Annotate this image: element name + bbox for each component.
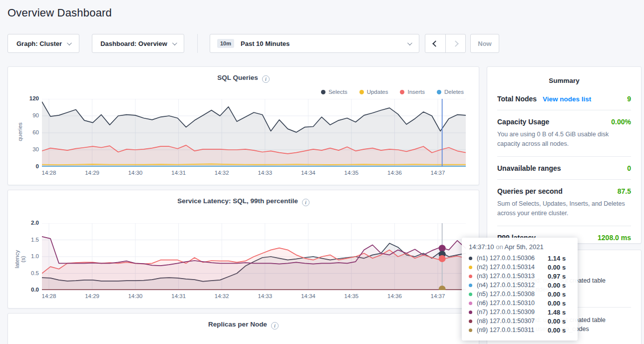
tooltip-node-label: (n4) 127.0.0.1:50312 <box>477 282 548 289</box>
tooltip-node-value: 0.00 s <box>548 282 566 289</box>
replicas-chart-title-text: Replicas per Node <box>208 321 267 328</box>
summary-item-capacity: Capacity Usage 0.00% You are using 0 B o… <box>497 110 631 157</box>
tooltip-on: on <box>496 243 503 251</box>
view-nodes-list-link[interactable]: View nodes list <box>543 95 591 103</box>
tooltip-node-value: 0.00 s <box>548 264 566 271</box>
tooltip-node-value: 1.48 s <box>548 309 566 316</box>
dashboard-selector-dropdown[interactable]: Dashboard: Overview <box>92 34 184 53</box>
time-range-badge: 10m <box>217 39 234 48</box>
tooltip-time: 14:37:10 <box>469 243 494 251</box>
summary-item-unavailable-ranges: Unavailable ranges 0 <box>497 157 631 180</box>
tooltip-node-value: 1.14 s <box>548 255 566 262</box>
capacity-description: You are using 0 B of 4.5 GiB usable disk… <box>497 130 631 149</box>
qps-label: Queries per second <box>497 187 563 195</box>
tooltip-node-label: (n1) 127.0.0.1:50306 <box>477 255 548 262</box>
tooltip-row: (n8) 127.0.0.1:503070.00 s <box>469 317 571 326</box>
node-color-dot-icon <box>469 284 472 287</box>
sql-queries-chart-plot[interactable]: queries 030609012014:2814:2914:3014:3114… <box>8 99 480 184</box>
qps-description: Sum of Selects, Updates, Inserts, and De… <box>497 199 631 219</box>
tooltip-node-value: 0.00 s <box>548 327 566 334</box>
info-icon[interactable] <box>271 322 279 330</box>
tooltip-node-label: (n9) 127.0.0.1:50311 <box>477 327 548 334</box>
legend-item: Updates <box>359 89 388 95</box>
p99-latency-value: 1208.0 ms <box>598 234 631 242</box>
summary-item-total-nodes: Total Nodes View nodes list 9 <box>497 87 631 110</box>
tooltip-row: (n9) 127.0.0.1:503110.00 s <box>469 326 571 335</box>
chevron-right-icon <box>452 40 459 47</box>
tooltip-timestamp: 14:37:10 on Apr 5th, 2021 <box>469 243 571 251</box>
latency-chart-title: Service Latency: SQL, 99th percentile <box>8 197 479 206</box>
tooltip-rows: (n1) 127.0.0.1:503061.14 s(n2) 127.0.0.1… <box>469 254 571 335</box>
tooltip-row: (n4) 127.0.0.1:503120.00 s <box>469 281 571 290</box>
legend-label: Updates <box>367 89 388 95</box>
prev-time-button[interactable] <box>425 34 445 52</box>
node-color-dot-icon <box>469 311 472 314</box>
tooltip-node-value: 0.97 s <box>548 273 566 280</box>
chevron-left-icon <box>432 40 439 47</box>
now-button[interactable]: Now <box>470 34 499 53</box>
replicas-per-node-panel: Replicas per Node <box>7 313 479 344</box>
legend-dot-icon <box>321 90 325 94</box>
tooltip-row: (n7) 127.0.0.1:503091.48 s <box>469 308 571 317</box>
page-title: Overview Dashboard <box>7 6 112 19</box>
legend-item: Inserts <box>400 89 425 95</box>
node-color-dot-icon <box>469 257 472 260</box>
legend-label: Deletes <box>444 89 464 95</box>
tooltip-node-label: (n2) 127.0.0.1:50314 <box>477 264 548 271</box>
total-nodes-value: 9 <box>627 95 631 103</box>
time-range-dropdown[interactable]: 10m Past 10 Minutes <box>210 34 419 53</box>
tooltip-date: Apr 5th, 2021 <box>505 243 544 251</box>
next-time-button[interactable] <box>445 34 465 52</box>
summary-panel: Summary Total Nodes View nodes list 9 Ca… <box>487 66 642 244</box>
summary-item-qps: Queries per second 87.5 Sum of Selects, … <box>497 180 631 226</box>
tooltip-row: (n2) 127.0.0.1:503140.00 s <box>469 263 571 272</box>
graph-selector-label: Graph: Cluster <box>16 40 62 47</box>
node-color-dot-icon <box>469 329 472 332</box>
sql-chart-legend: SelectsUpdatesInsertsDeletes <box>321 89 464 95</box>
tooltip-row: (n3) 127.0.0.1:503130.97 s <box>469 272 571 281</box>
chevron-down-icon <box>172 40 177 45</box>
tooltip-node-label: (n3) 127.0.0.1:50313 <box>477 273 548 280</box>
time-pager <box>425 34 466 53</box>
legend-dot-icon <box>400 90 404 94</box>
legend-label: Inserts <box>407 89 425 95</box>
tooltip-row: (n5) 127.0.0.1:503080.00 s <box>469 290 571 299</box>
total-nodes-label: Total Nodes <box>497 95 537 103</box>
legend-dot-icon <box>437 90 441 94</box>
chevron-down-icon <box>407 40 412 45</box>
service-latency-panel: Service Latency: SQL, 99th percentile la… <box>7 190 479 309</box>
info-icon[interactable] <box>302 199 310 206</box>
node-color-dot-icon <box>469 293 472 296</box>
node-color-dot-icon <box>469 320 472 323</box>
tooltip-node-label: (n8) 127.0.0.1:50307 <box>477 318 548 325</box>
time-range-label: Past 10 Minutes <box>241 40 290 47</box>
chevron-down-icon <box>67 40 72 45</box>
summary-title: Summary <box>487 67 641 84</box>
unavailable-ranges-label: Unavailable ranges <box>497 164 561 172</box>
tooltip-node-label: (n5) 127.0.0.1:50308 <box>477 291 548 298</box>
latency-y-axis-label: latency (s) <box>14 249 26 269</box>
unavailable-ranges-value: 0 <box>627 164 631 172</box>
sql-chart-title-text: SQL Queries <box>217 74 258 81</box>
legend-item: Selects <box>321 89 347 95</box>
sql-chart-title: SQL Queries <box>8 74 479 83</box>
tooltip-node-label: (n7) 127.0.0.1:50309 <box>477 309 548 316</box>
legend-item: Deletes <box>437 89 464 95</box>
tooltip-node-value: 0.00 s <box>548 318 566 325</box>
qps-value: 87.5 <box>618 187 631 195</box>
tooltip-node-value: 0.00 s <box>548 300 566 307</box>
capacity-value: 0.00% <box>611 118 631 126</box>
node-color-dot-icon <box>469 266 472 269</box>
replicas-chart-title: Replicas per Node <box>8 321 479 330</box>
info-icon[interactable] <box>262 75 270 83</box>
tooltip-node-value: 0.00 s <box>548 291 566 298</box>
legend-label: Selects <box>328 89 347 95</box>
controls-bar: Graph: Cluster Dashboard: Overview 10m P… <box>7 34 499 53</box>
graph-selector-dropdown[interactable]: Graph: Cluster <box>7 34 79 53</box>
divider <box>197 34 198 53</box>
chart-hover-tooltip: 14:37:10 on Apr 5th, 2021 (n1) 127.0.0.1… <box>462 238 578 341</box>
service-latency-chart-plot[interactable]: latency (s) 0.00.51.01.52.014:2814:2914:… <box>8 223 480 308</box>
tooltip-row: (n6) 127.0.0.1:503100.00 s <box>469 299 571 308</box>
tooltip-row: (n1) 127.0.0.1:503061.14 s <box>469 254 571 263</box>
summary-items: Total Nodes View nodes list 9 Capacity U… <box>487 84 641 249</box>
